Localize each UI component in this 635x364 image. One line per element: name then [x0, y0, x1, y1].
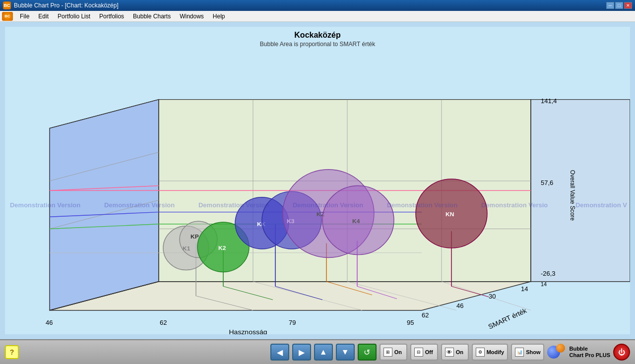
menu-file[interactable]: File — [16, 12, 33, 21]
close-button[interactable]: ✕ — [624, 2, 632, 9]
svg-text:K2: K2 — [218, 244, 226, 251]
show-button[interactable]: 📊 Show — [511, 344, 544, 361]
modify-label: Modify — [487, 349, 504, 355]
minimize-button[interactable]: ─ — [606, 2, 614, 9]
menu-help[interactable]: Help — [209, 12, 229, 21]
show-label: Show — [526, 349, 540, 355]
show-icon: 📊 — [515, 348, 524, 357]
toggle-label-3: On — [456, 349, 463, 355]
svg-text:95: 95 — [407, 319, 414, 326]
maximize-button[interactable]: □ — [615, 2, 623, 9]
bubble-circle-small — [556, 344, 565, 353]
modify-icon: ⚙ — [476, 348, 485, 357]
chart-area: Kockaközép Bubble Area is proportional t… — [5, 27, 630, 334]
svg-text:Demonstration Version: Demonstration Version — [293, 201, 363, 209]
svg-text:62: 62 — [160, 319, 167, 326]
svg-text:57,6: 57,6 — [541, 179, 553, 186]
toggle-on-1[interactable]: ⊞ On — [380, 344, 407, 361]
menu-bubble-charts[interactable]: Bubble Charts — [129, 12, 175, 21]
svg-text:KN: KN — [445, 211, 454, 218]
main-content: Kockaközép Bubble Area is proportional t… — [0, 22, 635, 339]
app-icon: BC — [3, 1, 11, 9]
svg-text:Overall Value Score: Overall Value Score — [570, 170, 576, 221]
toggle-label-2: Off — [425, 349, 433, 355]
svg-text:Demonstration Version: Demonstration Version — [387, 201, 457, 209]
toggle-icon-2: ⊟ — [414, 348, 423, 357]
menu-edit[interactable]: Edit — [34, 12, 53, 21]
svg-text:Hasznosság: Hasznosság — [229, 328, 267, 334]
svg-marker-3 — [531, 100, 630, 282]
menu-bar: BC File Edit Portfolio List Portfolios B… — [0, 11, 635, 22]
bubble-logo: Bubble Chart Pro PLUS — [547, 344, 610, 361]
svg-text:14: 14 — [521, 285, 528, 293]
toggle-icon-1: ⊞ — [383, 348, 392, 357]
modify-button[interactable]: ⚙ Modify — [472, 344, 508, 361]
svg-text:-26,3: -26,3 — [541, 270, 556, 277]
bubble-logo-circles — [547, 344, 567, 361]
toolbar: ? ◀ ▶ ▲ ▼ ↺ ⊞ On ⊟ Off 👁 On ⚙ Modify 📊 S… — [0, 339, 635, 364]
bubble-logo-text: Bubble Chart Pro PLUS — [569, 346, 610, 359]
svg-text:K4: K4 — [352, 218, 360, 224]
up-button[interactable]: ▲ — [314, 344, 333, 361]
svg-text:Demonstration Versio: Demonstration Versio — [481, 201, 548, 209]
refresh-button[interactable]: ↺ — [358, 344, 377, 361]
down-button[interactable]: ▼ — [336, 344, 355, 361]
svg-text:79: 79 — [289, 319, 296, 326]
toggle-on-2[interactable]: 👁 On — [441, 344, 469, 361]
svg-text:30: 30 — [489, 293, 496, 300]
chart-svg: 141,4 57,6 -26,3 14 Overall Value Score … — [5, 52, 630, 334]
svg-text:KP: KP — [190, 233, 199, 240]
svg-text:14: 14 — [541, 282, 547, 288]
svg-text:46: 46 — [46, 319, 53, 326]
toggle-icon-3: 👁 — [445, 348, 454, 357]
svg-text:Demonstration Version: Demonstration Version — [198, 201, 269, 209]
toggle-off-1[interactable]: ⊟ Off — [410, 344, 438, 361]
svg-text:SMART érték: SMART érték — [487, 307, 528, 330]
menu-portfolios[interactable]: Portfolios — [95, 12, 128, 21]
help-button[interactable]: ? — [5, 345, 19, 359]
menu-windows[interactable]: Windows — [176, 12, 208, 21]
svg-text:46: 46 — [456, 302, 463, 309]
power-button[interactable]: ⏻ — [613, 344, 630, 361]
svg-text:62: 62 — [422, 311, 429, 319]
window-title: Bubble Chart Pro - [Chart: Kockaközép] — [14, 2, 606, 9]
menu-logo: BC — [2, 12, 13, 21]
menu-portfolio-list[interactable]: Portfolio List — [54, 12, 94, 21]
svg-text:Demonstration V: Demonstration V — [575, 201, 627, 209]
svg-text:Demonstration Version: Demonstration Version — [104, 201, 175, 209]
chart-title: Kockaközép — [5, 27, 630, 40]
svg-text:141,4: 141,4 — [541, 98, 557, 105]
title-bar: BC Bubble Chart Pro - [Chart: Kockaközép… — [0, 0, 635, 11]
chart-subtitle: Bubble Area is proportional to SMART ért… — [5, 41, 630, 48]
svg-text:Demonstration Version: Demonstration Version — [10, 201, 80, 209]
back-button[interactable]: ◀ — [270, 344, 289, 361]
toggle-label-1: On — [394, 349, 402, 355]
forward-button[interactable]: ▶ — [292, 344, 311, 361]
window-buttons: ─ □ ✕ — [606, 2, 632, 9]
